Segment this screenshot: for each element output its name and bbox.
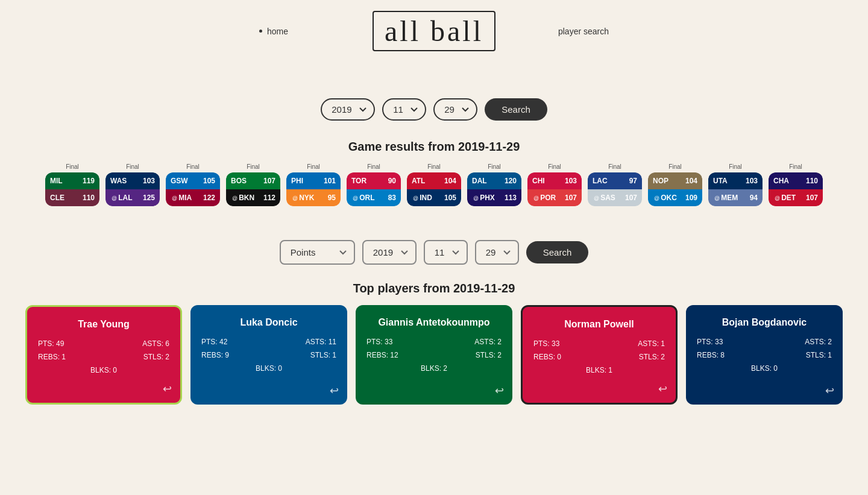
- game-top-score: 120: [505, 177, 517, 185]
- search-button-top[interactable]: Search: [485, 98, 547, 121]
- player-card[interactable]: Norman PowellPTS: 33ASTS: 1REBS: 0STLS: …: [521, 305, 678, 405]
- home-label[interactable]: home: [267, 27, 288, 36]
- game-card[interactable]: FinalNOP104@OKC109: [648, 163, 702, 206]
- game-top-team-row: CHI103: [527, 172, 582, 189]
- player-stats-row-2: REBS: 12STLS: 2: [366, 351, 502, 359]
- game-top-score: 103: [143, 177, 155, 185]
- at-symbol: @: [413, 195, 418, 201]
- game-status: Final: [769, 163, 823, 170]
- month-select-bottom[interactable]: 123456789101112: [424, 240, 468, 265]
- at-symbol: @: [172, 195, 177, 201]
- game-bottom-team-row: @IND105: [407, 189, 461, 206]
- bottom-search-area: PointsReboundsAssistsStealsBlocks 201720…: [0, 240, 868, 265]
- game-top-team: TOR: [351, 177, 366, 185]
- at-symbol: @: [533, 195, 539, 201]
- player-detail-arrow[interactable]: ↩: [163, 382, 172, 396]
- game-results-title: Game results from 2019-11-29: [0, 140, 868, 154]
- player-card[interactable]: Bojan BogdanovicPTS: 33ASTS: 2REBS: 8STL…: [686, 305, 843, 405]
- game-top-team-row: DAL120: [467, 172, 521, 189]
- game-bottom-team: @LAL: [110, 194, 132, 202]
- game-bottom-team: @BKN: [231, 194, 254, 202]
- game-card[interactable]: FinalBOS107@BKN112: [226, 163, 280, 206]
- game-bottom-score: 112: [263, 194, 275, 202]
- stat-select[interactable]: PointsReboundsAssistsStealsBlocks: [280, 240, 355, 265]
- game-top-team-row: ATL104: [407, 172, 461, 189]
- player-name: Bojan Bogdanovic: [697, 317, 832, 328]
- game-top-score: 101: [324, 177, 336, 185]
- game-card[interactable]: FinalTOR90@ORL83: [347, 163, 401, 206]
- game-card[interactable]: FinalGSW105@MIA122: [166, 163, 220, 206]
- game-status: Final: [105, 163, 160, 170]
- game-top-team: CHA: [773, 177, 789, 185]
- player-stats-row-1: PTS: 33ASTS: 2: [366, 338, 502, 346]
- day-select-top[interactable]: 1234567891011121314151617181920212223242…: [433, 98, 477, 121]
- game-top-score: 103: [746, 177, 758, 185]
- player-detail-arrow[interactable]: ↩: [825, 384, 834, 397]
- dot-icon: [259, 30, 262, 33]
- game-top-score: 104: [444, 177, 456, 185]
- at-symbol: @: [232, 195, 237, 201]
- game-top-team-row: NOP104: [648, 172, 702, 189]
- player-rebs: REBS: 8: [697, 351, 725, 359]
- at-symbol: @: [353, 195, 358, 201]
- player-detail-arrow[interactable]: ↩: [330, 384, 339, 397]
- game-bottom-team-row: @MIA122: [166, 189, 220, 206]
- game-top-team: CHI: [532, 177, 545, 185]
- game-bottom-score: 95: [328, 194, 336, 202]
- game-top-team: LAC: [593, 177, 608, 185]
- game-top-score: 110: [806, 177, 818, 185]
- player-rebs: REBS: 1: [38, 353, 66, 361]
- player-stats-row-1: PTS: 33ASTS: 1: [533, 339, 665, 348]
- year-select-top[interactable]: 20172018201920202021: [321, 98, 375, 121]
- game-bottom-team-row: @NYK95: [286, 189, 341, 206]
- game-card[interactable]: FinalCHI103@POR107: [527, 163, 582, 206]
- game-bottom-team-row: @MEM94: [708, 189, 763, 206]
- player-card[interactable]: Trae YoungPTS: 49ASTS: 6REBS: 1STLS: 2BL…: [25, 305, 182, 405]
- player-search-nav[interactable]: player search: [558, 27, 609, 36]
- game-bottom-score: 105: [444, 194, 456, 202]
- player-stats-row-2: REBS: 1STLS: 2: [38, 353, 169, 361]
- game-bottom-team: @POR: [532, 194, 556, 202]
- game-bottom-score: 83: [388, 194, 396, 202]
- game-status: Final: [588, 163, 642, 170]
- game-card[interactable]: FinalATL104@IND105: [407, 163, 461, 206]
- game-bottom-team-row: @POR107: [527, 189, 582, 206]
- game-bottom-team-row: @SAS107: [588, 189, 642, 206]
- games-row: FinalMIL119CLE110FinalWAS103@LAL125Final…: [0, 163, 868, 206]
- player-blks: BLKS: 1: [533, 366, 665, 374]
- year-select-bottom[interactable]: 20172018201920202021: [362, 240, 417, 265]
- game-card[interactable]: FinalUTA103@MEM94: [708, 163, 763, 206]
- game-status: Final: [407, 163, 461, 170]
- game-card[interactable]: FinalPHI101@NYK95: [286, 163, 341, 206]
- player-detail-arrow[interactable]: ↩: [495, 384, 504, 397]
- game-card[interactable]: FinalMIL119CLE110: [45, 163, 99, 206]
- search-button-bottom[interactable]: Search: [526, 241, 589, 263]
- game-top-team: BOS: [231, 177, 247, 185]
- player-stls: STLS: 1: [806, 351, 832, 359]
- player-card[interactable]: Giannis AntetokounmpoPTS: 33ASTS: 2REBS:…: [356, 305, 512, 405]
- day-select-bottom[interactable]: 1234567891011121314151617181920212223242…: [475, 240, 519, 265]
- game-card[interactable]: FinalDAL120@PHX113: [467, 163, 521, 206]
- player-stls: STLS: 2: [476, 351, 502, 359]
- player-stats-row-2: REBS: 8STLS: 1: [697, 351, 832, 359]
- month-select-top[interactable]: 123456789101112: [382, 98, 426, 121]
- player-detail-arrow[interactable]: ↩: [658, 382, 667, 396]
- player-card[interactable]: Luka DoncicPTS: 42ASTS: 11REBS: 9STLS: 1…: [190, 305, 347, 405]
- game-bottom-team: @OKC: [653, 194, 677, 202]
- game-bottom-score: 107: [565, 194, 577, 202]
- game-bottom-team: @PHX: [472, 194, 495, 202]
- game-bottom-team: @IND: [412, 194, 432, 202]
- player-pts: PTS: 49: [38, 339, 64, 348]
- home-nav[interactable]: home: [259, 27, 288, 36]
- game-card[interactable]: FinalLAC97@SAS107: [588, 163, 642, 206]
- game-top-score: 119: [83, 177, 95, 185]
- game-card[interactable]: FinalWAS103@LAL125: [105, 163, 160, 206]
- player-stats-row-2: REBS: 9STLS: 1: [201, 351, 336, 359]
- game-bottom-team: @ORL: [351, 194, 374, 202]
- game-card[interactable]: FinalCHA110@DET107: [769, 163, 823, 206]
- game-top-team-row: PHI101: [286, 172, 341, 189]
- game-bottom-team-row: @PHX113: [467, 189, 521, 206]
- player-asts: ASTS: 2: [805, 338, 832, 346]
- game-top-team: GSW: [171, 177, 188, 185]
- at-symbol: @: [594, 195, 599, 201]
